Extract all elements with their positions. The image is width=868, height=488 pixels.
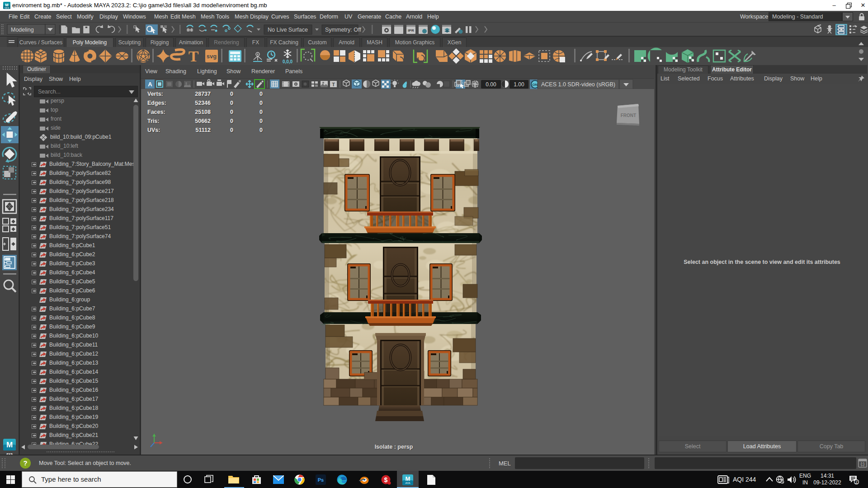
svg-text:T: T — [332, 82, 335, 87]
svg-text:0,0,0: 0,0,0 — [283, 59, 293, 64]
svg-text:1.00: 1.00 — [514, 81, 524, 88]
svg-text:$: $ — [384, 476, 388, 483]
svg-text:Modeling: Modeling — [11, 27, 34, 33]
svg-text:0.00: 0.00 — [486, 81, 496, 88]
svg-text:FRONT: FRONT — [621, 113, 636, 118]
svg-text:Ps: Ps — [318, 477, 324, 483]
svg-text:T: T — [189, 48, 199, 65]
svg-text:{;}: {;} — [861, 462, 865, 466]
svg-text:AYA: AYA — [405, 482, 410, 484]
svg-text:No Live Surface: No Live Surface — [268, 27, 308, 33]
svg-text:ON: ON — [533, 83, 538, 87]
svg-text:IPR: IPR — [408, 28, 414, 33]
svg-text:M: M — [406, 475, 410, 482]
svg-text:M: M — [6, 441, 13, 449]
svg-text:svg: svg — [207, 53, 217, 60]
svg-text:ACES 1.0 SDR-video (sRGB): ACES 1.0 SDR-video (sRGB) — [541, 81, 615, 88]
svg-text:Symmetry: Off: Symmetry: Off — [325, 27, 361, 33]
svg-text:MAYA: MAYA — [5, 7, 9, 9]
svg-text:A: A — [148, 81, 152, 88]
svg-text:2: 2 — [855, 480, 858, 484]
